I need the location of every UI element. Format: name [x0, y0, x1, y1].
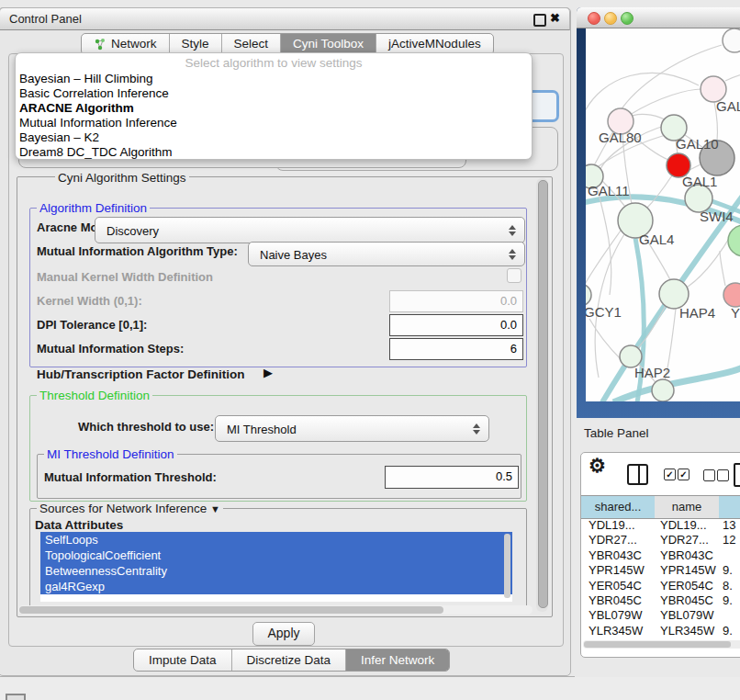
table-cell: YDR27... — [589, 533, 637, 547]
network-window-titlebar[interactable] — [577, 7, 740, 28]
table-row[interactable]: YPR145WYPR145W9. — [581, 562, 740, 577]
algorithm-option[interactable]: Basic Correlation Inference — [18, 86, 529, 101]
table-cell: YDL19... — [589, 518, 635, 532]
dpi-tolerance-label: DPI Tolerance [0,1]: — [37, 318, 147, 332]
data-attributes-list[interactable]: SelfLoopsTopologicalCoefficientBetweenne… — [40, 532, 512, 602]
manual-kernel-checkbox[interactable] — [507, 268, 521, 283]
apply-button[interactable]: Apply — [252, 622, 315, 646]
node-label: GCY1 — [586, 304, 622, 320]
node-label: GAL11 — [588, 183, 630, 198]
table-cell: 8. — [723, 579, 733, 593]
attribute-item[interactable]: SelfLoops — [40, 532, 512, 548]
table-cell: 9. — [723, 593, 733, 607]
table-rows: YDL19...YDL19...13YDR27...YDR27...12YBR0… — [581, 517, 740, 640]
algorithm-dropdown[interactable]: Select algorithm to view settings Bayesi… — [15, 52, 533, 160]
which-threshold-value: MI Threshold — [227, 422, 297, 435]
column-header-extra[interactable] — [719, 495, 740, 519]
collapse-down-icon[interactable]: ▼ — [210, 503, 220, 514]
tab-style[interactable]: Style — [170, 34, 222, 54]
table-cell: YBR043C — [660, 548, 713, 562]
mi-type-value: Naive Bayes — [260, 247, 327, 261]
mi-steps-field[interactable]: 6 — [389, 338, 523, 360]
algorithm-list: Bayesian – Hill ClimbingBasic Correlatio… — [18, 72, 529, 160]
which-threshold-combo[interactable]: MI Threshold — [215, 415, 489, 442]
attribute-item[interactable]: gal4RGexp — [40, 579, 512, 594]
columns-icon[interactable] — [627, 464, 648, 485]
table-row[interactable]: YBR043CYBR043C — [581, 548, 740, 562]
column-header-shared[interactable]: shared... — [581, 495, 656, 519]
table-row[interactable]: YER054CYER054C8. — [581, 578, 740, 593]
column-header-name[interactable]: name — [655, 495, 720, 519]
table-row[interactable]: YDL19...YDL19...13 — [581, 517, 740, 532]
kernel-width-field[interactable]: 0.0 — [389, 290, 523, 312]
attributes-scrollbar-thumb[interactable] — [504, 534, 510, 598]
tab-jactivemnodules[interactable]: jActiveMNodules — [376, 34, 493, 54]
mi-threshold-group-title: MI Threshold Definition — [44, 447, 177, 461]
float-window-icon[interactable] — [533, 14, 546, 27]
document-icon[interactable] — [734, 463, 740, 487]
table-cell: 9. — [723, 624, 733, 638]
close-traffic-icon[interactable] — [588, 12, 600, 25]
network-labels: GALGAL80GAL10GAL1GAL11SWI4GAL4GCY1HAP4YH… — [586, 28, 740, 401]
mi-type-combo[interactable]: Naive Bayes — [248, 242, 525, 266]
table-hscrollbar-thumb[interactable] — [584, 641, 731, 648]
table-cell: 13 — [723, 518, 735, 532]
algorithm-option[interactable]: Bayesian – K2 — [18, 130, 529, 145]
unchecked-checkbox-icon[interactable] — [703, 469, 715, 481]
stepper-arrows-icon — [509, 225, 517, 236]
algorithm-option[interactable]: Dream8 DC_TDC Algorithm — [18, 145, 529, 160]
node-label: GAL4 — [639, 231, 674, 247]
table-cell: 12 — [723, 533, 735, 547]
tab-select[interactable]: Select — [222, 34, 282, 54]
table-row[interactable]: YDR27...YDR27...12 — [581, 532, 740, 547]
unchecked-checkbox-icon[interactable] — [717, 469, 729, 481]
zoom-traffic-icon[interactable] — [621, 12, 633, 25]
data-attributes-label: Data Attributes — [35, 518, 123, 532]
close-icon[interactable]: ✖ — [550, 11, 560, 25]
table-cell: 9. — [723, 563, 733, 577]
mi-steps-label: Mutual Information Steps: — [37, 342, 184, 356]
algorithm-option[interactable]: Bayesian – Hill Climbing — [18, 72, 529, 86]
checked-checkbox-icon[interactable]: ✓ — [664, 469, 676, 480]
table-cell: YDL19... — [660, 518, 707, 532]
sources-group-title: Sources for Network Inference ▼ — [37, 502, 223, 515]
gear-icon[interactable]: ⚙ — [589, 455, 606, 477]
tab-cyni-toolbox[interactable]: Cyni Toolbox — [281, 34, 376, 54]
aracne-mode-combo[interactable]: Discovery — [95, 217, 525, 243]
dock-corner-icon[interactable] — [6, 694, 26, 700]
stepper-arrows-icon — [473, 423, 481, 435]
threshold-definition-title: Threshold Definition — [37, 389, 152, 402]
node-label: GAL — [716, 98, 740, 114]
table-cell: YPR145W — [660, 563, 716, 577]
mi-threshold-field[interactable]: 0.5 — [385, 466, 519, 489]
tab-label: Cyni Toolbox — [293, 34, 364, 54]
network-canvas[interactable]: GALGAL80GAL10GAL1GAL11SWI4GAL4GCY1HAP4YH… — [586, 28, 740, 401]
algorithm-option[interactable]: Mutual Information Inference — [18, 116, 529, 130]
attribute-item[interactable]: TopologicalCoefficient — [40, 548, 512, 563]
checked-checkbox-icon[interactable]: ✓ — [678, 469, 690, 480]
dpi-tolerance-field[interactable]: 0.0 — [389, 314, 523, 336]
algorithm-option[interactable]: ARACNE Algorithm — [18, 101, 529, 116]
control-panel-titlebar[interactable] — [0, 7, 570, 30]
table-cell: YBL079W — [589, 608, 643, 622]
bottom-tab-infer-network[interactable]: Infer Network — [346, 649, 449, 671]
app-root: Control Panel ✖ Network Style Select Cyn… — [0, 0, 740, 700]
kernel-width-label: Kernel Width (0,1): — [37, 294, 142, 308]
table-row[interactable]: YBR045CYBR045C9. — [581, 593, 740, 607]
bottom-tab-discretize-data[interactable]: Discretize Data — [232, 649, 347, 671]
minimize-traffic-icon[interactable] — [604, 12, 617, 25]
table-row[interactable]: YLR345WYLR345W9. — [581, 623, 740, 638]
attribute-item[interactable]: BetweennessCentrality — [40, 563, 512, 579]
table-hscrollbar[interactable] — [583, 640, 740, 649]
settings-vscrollbar-thumb[interactable] — [538, 180, 548, 608]
stepper-arrows-icon — [509, 249, 517, 260]
tab-label: Select — [234, 34, 269, 54]
node-label: HAP2 — [634, 365, 670, 380]
settings-hscrollbar-thumb[interactable] — [19, 606, 443, 614]
table-row[interactable]: YBL079WYBL079W — [581, 607, 740, 622]
tab-network[interactable]: Network — [82, 34, 170, 54]
bottom-tab-impute-data[interactable]: Impute Data — [134, 649, 232, 671]
settings-group-title: Cyni Algorithm Settings — [55, 171, 189, 185]
bottom-strip — [0, 677, 740, 700]
expand-right-icon[interactable]: ▶ — [263, 366, 273, 379]
